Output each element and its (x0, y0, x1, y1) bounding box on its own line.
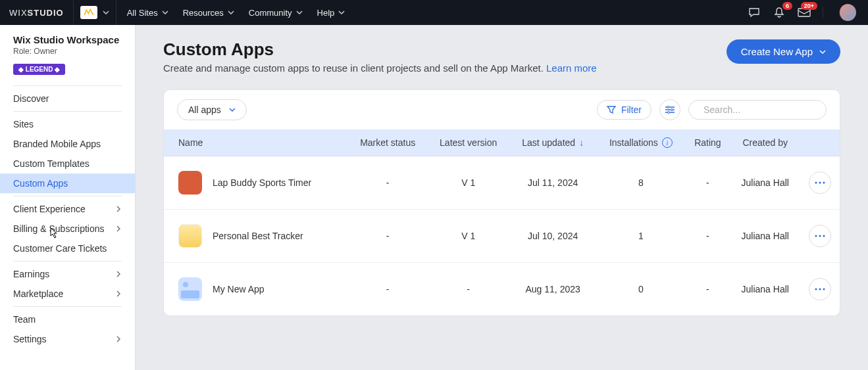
page-header: Custom Apps Create and manage custom app… (163, 39, 840, 74)
sidebar-item-custom-apps[interactable]: Custom Apps (0, 173, 135, 193)
apps-table: Name Market status Latest version Last u… (164, 129, 840, 315)
create-new-app-button[interactable]: Create New App (727, 39, 840, 64)
chat-icon[interactable] (748, 6, 761, 19)
sidebar-item-client-experience[interactable]: Client Experience (0, 199, 135, 219)
divider (13, 85, 122, 86)
app-name: Personal Best Tracker (213, 231, 303, 241)
divider (13, 111, 122, 112)
sidebar-item-custom-templates[interactable]: Custom Templates (0, 154, 135, 173)
toolbar: All apps Filter (164, 90, 840, 129)
row-more-button[interactable] (809, 172, 831, 194)
sidebar-item-billing[interactable]: Billing & Subscriptions (0, 219, 135, 239)
cell-updated: Jul 10, 2024 (509, 210, 597, 263)
bell-icon[interactable]: 6 (773, 6, 786, 19)
sidebar-item-marketplace[interactable]: Marketplace (0, 284, 135, 304)
sidebar-item-earnings[interactable]: Earnings (0, 264, 135, 284)
page-title: Custom Apps (163, 39, 597, 60)
chevron-down-icon (162, 9, 168, 16)
avatar[interactable] (839, 4, 856, 21)
app-name: Lap Buddy Sports Timer (213, 177, 311, 188)
brand-bold: STUDIO (28, 8, 64, 18)
topbar-right: 6 20+ (748, 4, 868, 21)
chevron-right-icon (115, 271, 122, 277)
app-icon (178, 277, 202, 301)
svg-point-6 (819, 182, 821, 184)
sidebar-item-team[interactable]: Team (0, 310, 135, 329)
cell-rating: - (685, 156, 730, 210)
sidebar-item-sites[interactable]: Sites (0, 114, 135, 134)
inbox-badge: 20+ (801, 2, 817, 10)
sidebar-item-label: Sites (13, 119, 34, 129)
cell-creator: Juliana Hall (730, 156, 800, 210)
row-more-button[interactable] (809, 278, 831, 300)
cell-version: - (427, 263, 509, 316)
cell-version: V 1 (427, 156, 509, 210)
learn-more-link[interactable]: Learn more (546, 62, 597, 74)
divider (13, 261, 122, 262)
chevron-down-icon (296, 9, 303, 16)
chevron-down-icon (228, 9, 234, 16)
topnav-all-sites[interactable]: All Sites (127, 8, 168, 18)
sidebar-item-label: Team (13, 314, 36, 325)
table-row[interactable]: Lap Buddy Sports Timer - V 1 Jul 11, 202… (164, 156, 840, 210)
chevron-right-icon (115, 336, 122, 342)
cell-creator: Juliana Hall (730, 263, 800, 316)
th-label: Rating (694, 137, 721, 148)
cell-updated: Aug 11, 2023 (509, 263, 597, 316)
topnav-label: Help (317, 8, 335, 18)
chevron-down-icon (229, 106, 236, 113)
sidebar-item-label: Discover (13, 93, 49, 104)
svg-point-9 (819, 235, 821, 237)
svg-point-12 (819, 289, 821, 290)
th-latest-version[interactable]: Latest version (427, 129, 509, 156)
workspace-role: Role: Owner (0, 47, 135, 62)
chevron-right-icon (115, 206, 122, 212)
table-row[interactable]: My New App - - Aug 11, 2023 0 - Juliana … (164, 263, 840, 316)
brand-prefix: WIX (9, 8, 28, 18)
site-switcher[interactable] (73, 0, 116, 25)
topnav-community[interactable]: Community (249, 8, 303, 18)
legend-badge: ◆ LEGEND ◆ (13, 64, 65, 75)
topnav-help[interactable]: Help (317, 8, 345, 18)
sidebar-item-customer-care[interactable]: Customer Care Tickets (0, 239, 135, 258)
topnav-label: Resources (183, 8, 224, 18)
filter-button[interactable]: Filter (597, 100, 651, 120)
cell-installs: 8 (596, 156, 685, 210)
row-more-button[interactable] (809, 225, 831, 247)
funnel-icon (607, 105, 616, 114)
svg-point-8 (815, 235, 817, 237)
th-last-updated[interactable]: Last updated↓ (509, 129, 597, 156)
search-box[interactable] (688, 100, 827, 120)
sidebar-item-branded-mobile-apps[interactable]: Branded Mobile Apps (0, 134, 135, 154)
info-icon[interactable]: i (662, 137, 673, 148)
sidebar-item-discover[interactable]: Discover (0, 89, 135, 108)
th-market-status[interactable]: Market status (348, 129, 428, 156)
cell-market-status: - (348, 210, 428, 263)
search-input[interactable] (703, 104, 819, 115)
th-created-by[interactable]: Created by (730, 129, 800, 156)
inbox-icon[interactable]: 20+ (798, 6, 811, 19)
divider (13, 196, 122, 197)
svg-point-10 (823, 235, 825, 237)
table-row[interactable]: Personal Best Tracker - V 1 Jul 10, 2024… (164, 210, 840, 263)
th-rating[interactable]: Rating (685, 129, 730, 156)
svg-point-11 (815, 289, 817, 290)
sidebar-item-label: Custom Apps (13, 178, 68, 189)
svg-point-5 (815, 182, 817, 184)
th-installations[interactable]: Installationsi (596, 129, 685, 156)
svg-point-2 (671, 109, 673, 111)
th-name[interactable]: Name (164, 129, 348, 156)
brand: WIX STUDIO (0, 8, 73, 18)
apps-card: All apps Filter Name (163, 89, 840, 316)
chevron-right-icon (115, 290, 122, 297)
filter-dropdown[interactable]: All apps (177, 99, 247, 120)
view-options-button[interactable] (659, 99, 680, 120)
chevron-right-icon (115, 225, 122, 232)
topnav-resources[interactable]: Resources (183, 8, 234, 18)
sidebar-item-settings[interactable]: Settings (0, 329, 135, 349)
th-label: Market status (360, 137, 415, 148)
filter-dropdown-label: All apps (188, 104, 221, 115)
divider (13, 306, 122, 307)
topbar: WIX STUDIO All Sites Resources Community… (0, 0, 868, 25)
th-label: Name (178, 137, 203, 148)
